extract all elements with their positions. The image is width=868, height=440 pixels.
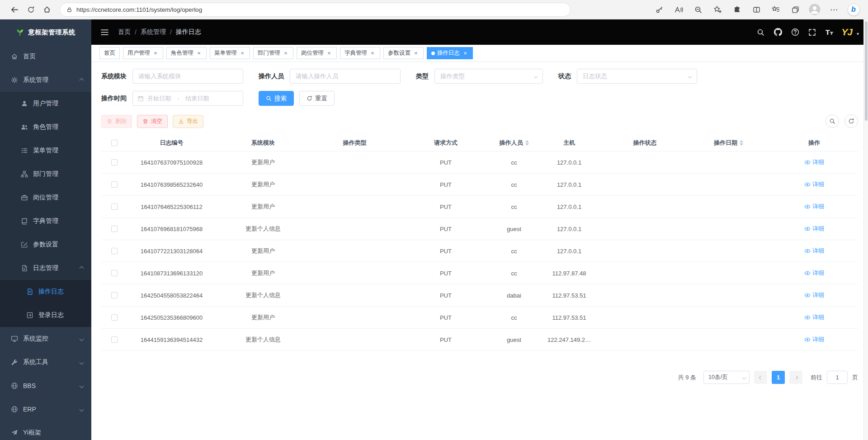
copilot-bing-icon[interactable]: b: [845, 2, 862, 17]
close-icon[interactable]: ×: [369, 50, 376, 57]
user-logo[interactable]: YJ: [839, 27, 854, 38]
sidebar-item-system-mgmt[interactable]: 系统管理: [0, 68, 91, 92]
page-size-select[interactable]: 10条/页: [703, 371, 750, 384]
browser-home-button[interactable]: [39, 2, 55, 17]
goto-page-input[interactable]: [827, 371, 848, 384]
detail-link[interactable]: 详细: [804, 336, 824, 344]
sidebar-item-user-mgmt[interactable]: 用户管理: [0, 92, 91, 115]
read-aloud-icon[interactable]: [670, 2, 687, 17]
sidebar-item-system-tools[interactable]: 系统工具: [0, 350, 91, 374]
detail-link[interactable]: 详细: [804, 313, 824, 322]
tab-user-mgmt[interactable]: 用户管理×: [123, 47, 163, 59]
sidebar-item-dept-mgmt[interactable]: 部门管理: [0, 162, 91, 186]
col-operator[interactable]: 操作人员: [493, 139, 535, 147]
close-icon[interactable]: ×: [239, 50, 245, 57]
help-button[interactable]: [788, 25, 802, 40]
search-button[interactable]: 搜索: [259, 91, 294, 106]
tab-home[interactable]: 首页: [99, 47, 120, 59]
browser-refresh-button[interactable]: [23, 2, 39, 17]
close-icon[interactable]: ×: [413, 50, 419, 57]
password-key-icon[interactable]: [651, 2, 667, 17]
row-checkbox[interactable]: [111, 248, 118, 254]
header-search-button[interactable]: [753, 25, 768, 40]
row-checkbox[interactable]: [111, 292, 118, 298]
sidebar-item-post-mgmt[interactable]: 岗位管理: [0, 186, 91, 209]
add-favorite-icon[interactable]: [709, 2, 726, 17]
row-checkbox[interactable]: [111, 159, 118, 166]
tab-dept-mgmt[interactable]: 部门管理×: [253, 47, 293, 59]
extensions-icon[interactable]: [729, 2, 745, 17]
detail-link[interactable]: 详细: [804, 269, 824, 277]
site-lock-icon[interactable]: [66, 7, 72, 13]
address-bar[interactable]: https://ccnetcore.com:1101/system/log/op…: [60, 3, 571, 17]
sidebar-item-menu-mgmt[interactable]: 菜单管理: [0, 139, 91, 162]
split-screen-icon[interactable]: [748, 2, 764, 17]
breadcrumb-system-mgmt[interactable]: 系统管理: [141, 28, 166, 36]
sidebar-item-param-settings[interactable]: 参数设置: [0, 233, 91, 256]
status-select[interactable]: 日志状态: [577, 69, 697, 84]
detail-link[interactable]: 详细: [804, 158, 824, 166]
row-checkbox[interactable]: [111, 314, 118, 321]
detail-link[interactable]: 详细: [804, 203, 824, 211]
col-oper-date[interactable]: 操作日期: [687, 139, 770, 147]
close-icon[interactable]: ×: [283, 50, 289, 57]
toggle-search-button[interactable]: [826, 114, 839, 128]
detail-link[interactable]: 详细: [804, 247, 824, 255]
delete-button[interactable]: 删除: [101, 115, 132, 128]
detail-link[interactable]: 详细: [804, 225, 824, 233]
page-1-button[interactable]: 1: [772, 371, 785, 384]
row-checkbox[interactable]: [111, 270, 118, 276]
tab-param-settings[interactable]: 参数设置×: [383, 47, 424, 59]
tab-post-mgmt[interactable]: 岗位管理×: [297, 47, 337, 59]
browser-back-button[interactable]: [6, 2, 23, 17]
row-checkbox[interactable]: [111, 181, 118, 188]
close-icon[interactable]: ×: [326, 50, 332, 57]
date-range-picker[interactable]: 开始日期 - 结束日期: [132, 91, 243, 106]
favorites-icon[interactable]: [768, 2, 784, 17]
tab-role-mgmt[interactable]: 角色管理×: [166, 47, 207, 59]
refresh-table-button[interactable]: [844, 114, 858, 128]
browser-profile-avatar[interactable]: [807, 2, 823, 17]
zoom-out-icon[interactable]: [690, 2, 706, 17]
scrollbar-thumb[interactable]: [865, 21, 868, 121]
row-checkbox[interactable]: [111, 203, 118, 210]
tab-oper-log[interactable]: 操作日志×: [427, 47, 473, 59]
reset-button[interactable]: 重置: [299, 91, 335, 106]
sidebar-toggle-button[interactable]: [100, 28, 109, 36]
close-icon[interactable]: ×: [462, 50, 468, 57]
sort-caret-icon[interactable]: [740, 140, 743, 146]
sidebar-item-oper-log[interactable]: 操作日志: [0, 280, 91, 303]
export-button[interactable]: 导出: [173, 115, 203, 128]
detail-link[interactable]: 详细: [804, 180, 824, 189]
sidebar-item-login-log[interactable]: 登录日志: [0, 303, 91, 327]
sidebar-item-system-monitor[interactable]: 系统监控: [0, 327, 91, 350]
sidebar-item-home[interactable]: 首页: [0, 45, 91, 68]
prev-page-button[interactable]: [754, 371, 767, 384]
sidebar-item-erp[interactable]: ERP: [0, 397, 91, 421]
sort-caret-icon[interactable]: [525, 140, 529, 146]
caret-down-icon[interactable]: ▾: [857, 31, 859, 36]
github-button[interactable]: [770, 25, 785, 40]
sidebar-item-log-mgmt[interactable]: 日志管理: [0, 256, 91, 280]
tab-menu-mgmt[interactable]: 菜单管理×: [210, 47, 250, 59]
breadcrumb-home[interactable]: 首页: [118, 28, 131, 36]
tab-dict-mgmt[interactable]: 字典管理×: [340, 47, 380, 59]
operator-input[interactable]: [290, 69, 401, 84]
collections-icon[interactable]: [787, 2, 803, 17]
close-icon[interactable]: ×: [196, 50, 202, 57]
next-page-button[interactable]: [789, 371, 802, 384]
sidebar-item-bbs[interactable]: BBS: [0, 374, 91, 397]
browser-menu-icon[interactable]: ⋯: [826, 2, 842, 17]
sidebar-item-yi-framework[interactable]: Yi框架: [0, 421, 91, 440]
sidebar-item-role-mgmt[interactable]: 角色管理: [0, 115, 91, 139]
select-all-checkbox[interactable]: [111, 140, 118, 146]
detail-link[interactable]: 详细: [804, 291, 824, 299]
fullscreen-button[interactable]: [805, 25, 820, 40]
clear-button[interactable]: 清空: [137, 115, 168, 128]
module-input[interactable]: [132, 69, 243, 84]
close-icon[interactable]: ×: [152, 50, 159, 57]
font-size-button[interactable]: [822, 25, 837, 40]
sidebar-item-dict-mgmt[interactable]: 字典管理: [0, 209, 91, 233]
page-scrollbar[interactable]: [863, 19, 868, 440]
type-select[interactable]: 操作类型: [434, 69, 543, 84]
